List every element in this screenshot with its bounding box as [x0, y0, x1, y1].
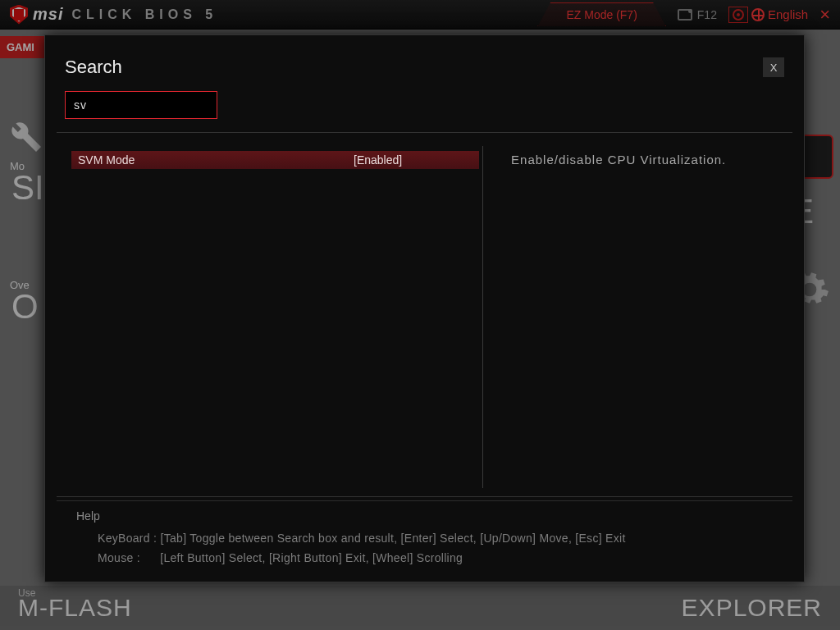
divider [57, 496, 792, 497]
results-panel[interactable]: SVM Mode [Enabled] [57, 146, 479, 488]
divider [57, 132, 792, 133]
modal-close-button[interactable]: X [763, 57, 784, 77]
result-name: SVM Mode [78, 153, 354, 167]
help-footer: Help KeyBoard : [Tab] Toggle between Sea… [57, 500, 792, 582]
result-row[interactable]: SVM Mode [Enabled] [71, 151, 479, 169]
result-value: [Enabled] [354, 153, 479, 167]
help-keyboard-text: [Tab] Toggle between Search box and resu… [160, 532, 625, 545]
search-modal: Search X SVM Mode [Enabled] Enable/disab… [44, 34, 805, 582]
description-panel: Enable/disable CPU Virtualization. [486, 146, 792, 488]
help-mouse-label: Mouse : [98, 549, 157, 568]
help-keyboard-label: KeyBoard : [98, 529, 157, 549]
modal-title: Search [65, 57, 122, 78]
search-input[interactable] [65, 91, 217, 119]
vertical-divider [482, 146, 483, 488]
help-mouse-text: [Left Button] Select, [Right Button] Exi… [160, 551, 463, 564]
help-label: Help [76, 509, 773, 523]
